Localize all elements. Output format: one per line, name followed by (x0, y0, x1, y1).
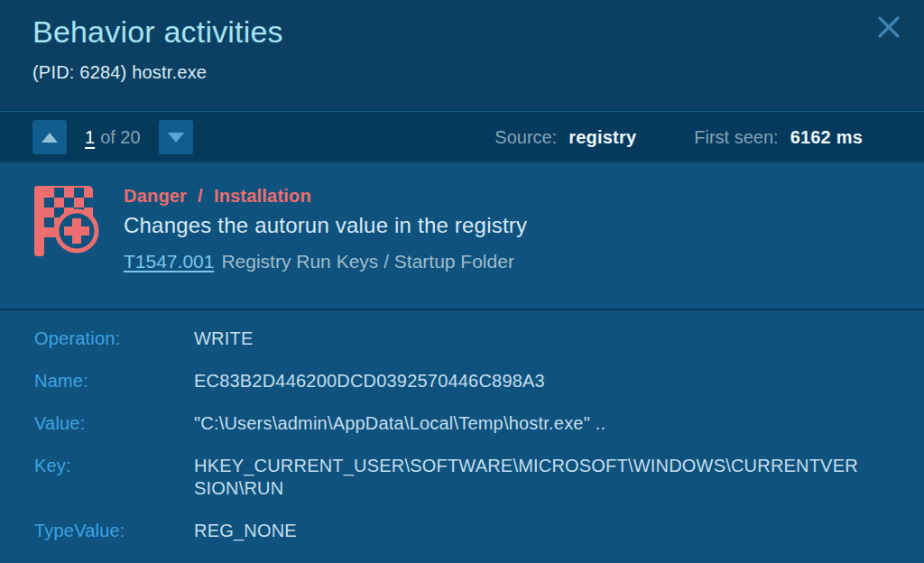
close-button[interactable] (873, 12, 904, 42)
chevron-down-icon (168, 133, 184, 143)
pager-position: 1of 20 (85, 127, 141, 148)
detail-value: WRITE (194, 328, 253, 350)
detail-row-typevalue: TypeValue: REG_NONE (34, 520, 892, 542)
behavior-activities-modal: Behavior activities (PID: 6284) hostr.ex… (0, 0, 924, 563)
detail-row-operation: Operation: WRITE (34, 328, 892, 350)
first-seen-value: 6162 ms (790, 127, 863, 148)
detail-value: HKEY_CURRENT_USER\SOFTWARE\MICROSOFT\WIN… (194, 455, 866, 500)
chevron-up-icon (42, 133, 58, 143)
detail-label: Key: (34, 455, 194, 477)
threat-summary: Danger/Installation Changes the autorun … (0, 162, 924, 309)
modal-header: Behavior activities (PID: 6284) hostr.ex… (0, 0, 924, 111)
activity-details: Operation: WRITE Name: EC83B2D446200DCD0… (0, 309, 924, 563)
detail-value: EC83B2D446200DCD0392570446C898A3 (194, 370, 545, 392)
detail-value: "C:\Users\admin\AppData\Local\Temp\hostr… (194, 412, 605, 435)
detail-label: Operation: (34, 328, 194, 350)
severity-separator: / (198, 186, 203, 206)
source-label: Source: (494, 127, 557, 148)
danger-flag-icon (34, 186, 101, 256)
severity-line: Danger/Installation (124, 186, 527, 207)
threat-title: Changes the autorun value in the registr… (124, 213, 527, 238)
detail-label: TypeValue: (34, 520, 194, 542)
close-icon (876, 14, 901, 40)
page-count: of 20 (100, 127, 140, 147)
process-subtitle: (PID: 6284) hostr.exe (32, 62, 892, 83)
severity-label: Danger (124, 186, 187, 206)
mitre-technique-link[interactable]: T1547.001 (124, 251, 214, 272)
detail-value: REG_NONE (194, 520, 297, 542)
first-seen-label: First seen: (694, 127, 778, 148)
next-activity-button[interactable] (159, 120, 193, 154)
modal-title: Behavior activities (32, 13, 892, 51)
detail-row-value: Value: "C:\Users\admin\AppData\Local\Tem… (34, 412, 892, 435)
detail-row-name: Name: EC83B2D446200DCD0392570446C898A3 (34, 370, 892, 392)
mitre-technique-name: Registry Run Keys / Startup Folder (221, 251, 513, 272)
source-group: Source: registry (494, 127, 636, 148)
source-value: registry (568, 127, 636, 148)
detail-label: Name: (34, 370, 194, 392)
detail-row-key: Key: HKEY_CURRENT_USER\SOFTWARE\MICROSOF… (34, 455, 892, 500)
first-seen-group: First seen: 6162 ms (694, 127, 863, 148)
detail-label: Value: (34, 412, 194, 435)
activity-nav-bar: 1of 20 Source: registry First seen: 6162… (0, 111, 924, 162)
threat-text: Danger/Installation Changes the autorun … (124, 186, 527, 309)
mitre-line: T1547.001Registry Run Keys / Startup Fol… (124, 251, 527, 272)
prev-activity-button[interactable] (32, 120, 67, 154)
current-page: 1 (85, 127, 95, 147)
category-label: Installation (214, 186, 311, 206)
